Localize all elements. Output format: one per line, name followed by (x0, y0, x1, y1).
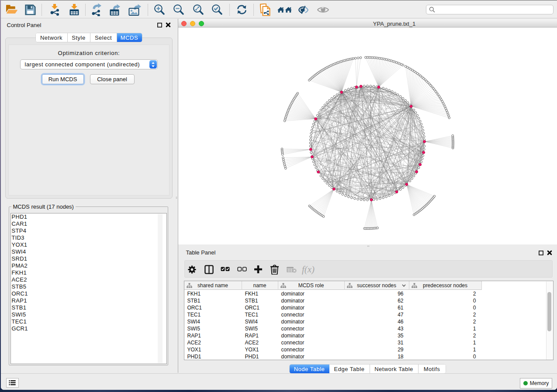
table-cell-mcds_role[interactable]: dominator (281, 297, 344, 304)
ring-node[interactable] (311, 129, 313, 131)
table-cell-shared_name[interactable]: STB1 (187, 297, 242, 304)
ring-node[interactable] (333, 96, 336, 98)
export-table-button[interactable] (108, 1, 122, 18)
leaf-node[interactable] (308, 79, 310, 81)
table-row[interactable]: TEC1TEC1connector472 (184, 311, 481, 318)
ring-node[interactable] (353, 197, 356, 199)
table-scrollbar-thumb[interactable] (547, 292, 551, 331)
leaf-node[interactable] (405, 65, 407, 68)
mcds-list-scrollbar[interactable] (158, 214, 163, 363)
search-input[interactable] (437, 7, 553, 13)
table-cell-predecessor_nodes[interactable]: 0 (409, 297, 476, 304)
splitter-grip[interactable] (175, 196, 178, 199)
memory-button[interactable]: Memory (520, 378, 552, 389)
table-cell-name[interactable]: SWI4 (245, 318, 278, 325)
ring-node[interactable] (336, 190, 338, 193)
column-header-shared-name[interactable]: shared name (184, 281, 242, 290)
ring-node[interactable] (318, 112, 320, 114)
hub-node[interactable] (311, 155, 313, 158)
ring-node[interactable] (413, 175, 415, 177)
ring-node[interactable] (326, 102, 328, 104)
ring-node[interactable] (309, 145, 311, 147)
ring-node[interactable] (347, 196, 349, 198)
hub-node[interactable] (377, 86, 380, 89)
ring-node[interactable] (312, 123, 315, 125)
leaf-node[interactable] (284, 167, 287, 169)
table-cell-predecessor_nodes[interactable]: 0 (409, 304, 476, 311)
table-cell-name[interactable]: FKH1 (245, 290, 278, 297)
table-settings-button[interactable] (187, 261, 198, 278)
ring-node[interactable] (311, 126, 314, 128)
table-cell-mcds_role[interactable]: dominator (281, 318, 344, 325)
ring-node[interactable] (385, 88, 387, 90)
ring-node[interactable] (404, 100, 406, 102)
ring-node[interactable] (402, 97, 404, 100)
hub-node[interactable] (355, 86, 358, 88)
ring-node[interactable] (328, 184, 330, 186)
ring-node[interactable] (342, 193, 344, 196)
table-cell-name[interactable]: ORC1 (245, 304, 278, 311)
hub-node[interactable] (317, 171, 319, 173)
table-cell-shared_name[interactable]: YOX1 (187, 346, 242, 353)
ring-node[interactable] (310, 151, 312, 154)
ring-node[interactable] (399, 189, 401, 191)
ring-node[interactable] (331, 186, 333, 189)
hub-node[interactable] (410, 105, 412, 108)
table-cell-successor_nodes[interactable]: 96 (345, 290, 404, 297)
mcds-result-list[interactable]: PHD1CAR1STP4TID3YOX1SWI4SRD1PMA2FKH1ACE2… (10, 213, 167, 364)
ring-node[interactable] (373, 199, 375, 201)
table-cell-name[interactable]: PHD1 (245, 353, 278, 360)
float-panel-icon[interactable] (539, 251, 543, 255)
ring-node[interactable] (315, 167, 317, 169)
mcds-result-item[interactable]: STP4 (11, 227, 166, 234)
column-header-name[interactable]: name (242, 281, 278, 290)
leaf-node[interactable] (376, 227, 378, 229)
clone-network-button[interactable] (259, 1, 273, 18)
splitter-grip[interactable] (367, 245, 370, 248)
ring-node[interactable] (421, 158, 423, 160)
table-row[interactable]: ACE2ACE2connector311 (184, 339, 481, 346)
mcds-result-item[interactable]: STB5 (11, 283, 166, 290)
leaf-node[interactable] (364, 56, 367, 58)
table-cell-shared_name[interactable]: RAP1 (187, 332, 242, 339)
hub-node[interactable] (309, 148, 312, 151)
leaf-node[interactable] (322, 216, 325, 218)
ring-node[interactable] (422, 132, 425, 134)
first-neighbors-button[interactable] (277, 1, 292, 18)
tab-motifs[interactable]: Motifs (419, 364, 446, 373)
mcds-result-item[interactable]: SWI5 (11, 311, 166, 318)
ring-node[interactable] (347, 88, 349, 90)
leaf-node[interactable] (452, 135, 454, 137)
ring-node[interactable] (312, 161, 315, 163)
ring-node[interactable] (382, 197, 384, 199)
refresh-button[interactable] (235, 1, 249, 18)
ring-node[interactable] (420, 161, 422, 163)
table-cell-predecessor_nodes[interactable]: 2 (409, 311, 476, 318)
mcds-result-item[interactable]: FKH1 (11, 269, 166, 276)
ring-node[interactable] (415, 112, 417, 114)
table-cell-shared_name[interactable]: SWI4 (187, 318, 242, 325)
ring-node[interactable] (339, 192, 341, 194)
leaf-node[interactable] (354, 57, 356, 59)
ring-node[interactable] (408, 180, 411, 182)
table-row[interactable]: SWI5SWI5connector431 (184, 325, 481, 332)
ring-node[interactable] (366, 85, 368, 87)
open-session-button[interactable] (5, 1, 18, 18)
ring-node[interactable] (388, 195, 390, 197)
ring-node[interactable] (331, 97, 333, 100)
ring-node[interactable] (422, 129, 424, 131)
leaf-node[interactable] (433, 195, 436, 197)
close-panel-button[interactable]: Close panel (90, 74, 135, 84)
function-builder-button[interactable]: f(x) (301, 261, 316, 278)
ring-node[interactable] (379, 197, 381, 199)
ring-node[interactable] (324, 104, 326, 106)
mcds-result-item[interactable]: YOX1 (11, 241, 166, 248)
table-cell-successor_nodes[interactable]: 62 (345, 297, 404, 304)
mcds-result-item[interactable]: STB1 (11, 304, 166, 311)
task-history-button[interactable] (6, 378, 19, 388)
mcds-result-item[interactable]: TID3 (11, 234, 166, 241)
mcds-result-item[interactable]: ACE2 (11, 276, 166, 283)
ring-node[interactable] (418, 167, 420, 169)
float-panel-icon[interactable] (157, 23, 162, 28)
mcds-result-item[interactable]: ORC1 (11, 290, 166, 297)
